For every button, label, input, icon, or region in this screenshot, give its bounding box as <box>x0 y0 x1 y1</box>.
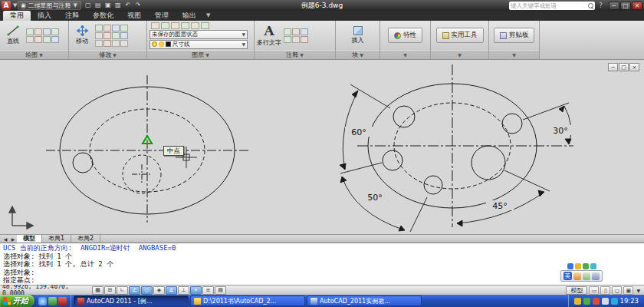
browser-quicklaunch-icon[interactable] <box>38 297 47 305</box>
plot-button[interactable]: ▥ <box>113 1 123 10</box>
modify-tool-icon[interactable] <box>120 25 128 31</box>
clipboard-button[interactable]: 剪贴板 <box>494 28 535 43</box>
layer-tool-icon[interactable] <box>161 22 169 29</box>
modify-tool-icon[interactable] <box>95 32 103 39</box>
layer-tool-icon[interactable] <box>151 22 159 29</box>
dimension-labels[interactable]: 60° 30° 50° 45° <box>345 125 574 211</box>
draw-tool-icon[interactable] <box>51 36 59 43</box>
tray-icon[interactable] <box>593 298 600 305</box>
hole-left[interactable] <box>383 150 402 170</box>
task-document[interactable]: AutoCAD_2011实例教... <box>307 295 422 306</box>
media-quicklaunch-icon[interactable] <box>48 297 57 305</box>
dim-45-label[interactable]: 45° <box>492 201 508 211</box>
annotation-scale-button[interactable]: ◻ <box>612 286 622 295</box>
help-icon[interactable]: ? <box>596 2 605 10</box>
minimize-button[interactable]: ─ <box>609 2 619 10</box>
clock[interactable]: 19:23 <box>620 297 639 305</box>
panel-block-footer[interactable]: 块▼ <box>336 50 380 59</box>
save-button[interactable]: ▣ <box>104 1 113 10</box>
workspace-switcher[interactable]: 二维草图与注释 ▼ <box>18 1 80 10</box>
hole-top-right[interactable] <box>502 114 522 134</box>
osnap-3d-toggle[interactable]: ◈ <box>153 286 165 295</box>
task-autocad[interactable]: AutoCAD 2011 - [例... <box>74 295 189 306</box>
modify-tool-icon[interactable] <box>95 40 103 47</box>
modify-tool-icon[interactable] <box>112 40 120 47</box>
utilities-button[interactable]: 实用工具 <box>436 28 484 43</box>
open-button[interactable]: ▤ <box>94 1 103 10</box>
mtext-tool-button[interactable]: A 多行文字 <box>257 25 281 47</box>
ime-state-icon[interactable] <box>567 263 573 269</box>
panel-utilities-footer[interactable]: ▼ <box>431 50 488 59</box>
dim-50-label[interactable]: 50° <box>367 193 383 203</box>
ime-state-icon[interactable] <box>590 263 596 269</box>
search-icon[interactable] <box>588 3 593 8</box>
tab-home[interactable]: 常用 <box>3 11 31 21</box>
modify-tool-icon[interactable] <box>95 25 103 31</box>
panel-annotation-footer[interactable]: 注释▼ <box>255 50 335 59</box>
annotation-tool-icon[interactable] <box>284 36 291 43</box>
dyn-toggle[interactable]: ⌖ <box>190 286 202 295</box>
insert-block-button[interactable]: 插入 <box>347 26 369 45</box>
angle-dimensions[interactable] <box>340 84 571 232</box>
autocad-quicklaunch-icon[interactable] <box>58 297 67 305</box>
tray-icon[interactable] <box>574 298 581 305</box>
hole-top-left[interactable] <box>393 106 415 127</box>
doc-restore-button[interactable]: □ <box>619 63 629 71</box>
qp-toggle[interactable]: ▤ <box>215 286 226 295</box>
tab-model[interactable]: 模型 <box>17 235 42 243</box>
lwt-toggle[interactable]: ≡ <box>202 286 214 295</box>
search-input[interactable] <box>511 2 588 9</box>
ime-state-icon[interactable] <box>575 263 581 269</box>
leader-tool-icon[interactable] <box>292 28 300 35</box>
modify-tool-icon[interactable] <box>104 40 111 47</box>
panel-draw-footer[interactable]: 绘图▼ <box>0 50 68 59</box>
restore-button[interactable]: □ <box>620 2 631 10</box>
draw-tool-icon[interactable] <box>26 28 34 35</box>
ribbon-options-caret-icon[interactable]: ▼ <box>203 11 213 21</box>
layer-tool-icon[interactable] <box>171 22 179 29</box>
snap-toggle[interactable]: ▦ <box>92 286 104 295</box>
table-tool-icon[interactable] <box>301 28 308 35</box>
draw-tool-icon[interactable] <box>51 28 59 35</box>
modify-tool-icon[interactable] <box>104 32 111 39</box>
command-prompt[interactable]: 指定基点: <box>3 276 641 285</box>
lock-button[interactable]: ▣ <box>623 286 633 295</box>
tab-insert[interactable]: 插入 <box>31 11 58 21</box>
start-button[interactable]: 开始 <box>0 295 34 307</box>
tab-output[interactable]: 输出 <box>176 11 203 21</box>
otrack-toggle[interactable]: ∡ <box>166 286 177 295</box>
draw-tool-icon[interactable] <box>34 28 42 35</box>
ime-keyboard-icon[interactable] <box>583 272 590 280</box>
modify-tool-icon[interactable] <box>120 32 128 39</box>
hole-right-large[interactable] <box>472 146 505 180</box>
drawing-area[interactable]: 60° 30° 50° 45° ─ □ × 中点 <box>0 60 644 234</box>
properties-button[interactable]: 特性 <box>388 28 422 43</box>
ime-language-badge[interactable]: 英 <box>564 272 572 280</box>
ducs-toggle[interactable]: ⊥ <box>178 286 189 295</box>
line-tool-button[interactable]: 直线 <box>2 25 24 45</box>
status-menu-caret-icon[interactable]: ▼ <box>635 288 642 293</box>
layer-tool-icon[interactable] <box>191 22 199 29</box>
draw-tool-icon[interactable] <box>43 28 51 35</box>
draw-tool-icon[interactable] <box>43 36 51 43</box>
ime-pen-icon[interactable] <box>573 272 581 280</box>
dimension-tool-icon[interactable] <box>284 28 291 35</box>
panel-layers-footer[interactable]: 图层▼ <box>147 50 254 59</box>
app-menu-caret-icon[interactable]: ▼ <box>12 2 18 8</box>
quickview-layouts-button[interactable]: ▭ <box>589 286 599 295</box>
autocad-logo-icon[interactable]: A <box>2 1 11 10</box>
panel-properties-footer[interactable]: ▼ <box>380 50 430 59</box>
modify-tool-icon[interactable] <box>112 25 120 31</box>
panel-modify-footer[interactable]: 修改▼ <box>69 50 146 59</box>
left-hole[interactable] <box>73 153 93 173</box>
layer-color-chip[interactable] <box>166 41 171 47</box>
right-flange[interactable] <box>357 64 573 227</box>
doc-minimize-button[interactable]: ─ <box>608 63 618 71</box>
panel-clipboard-footer[interactable]: ▼ <box>489 50 539 59</box>
tab-layout2[interactable]: 布局2 <box>71 235 100 243</box>
draw-tool-icon[interactable] <box>34 36 42 43</box>
draw-tool-icon[interactable] <box>26 36 34 43</box>
new-button[interactable]: ▢ <box>84 1 93 10</box>
modify-tool-icon[interactable] <box>112 32 120 39</box>
layer-thaw-sun-icon[interactable] <box>159 41 164 47</box>
